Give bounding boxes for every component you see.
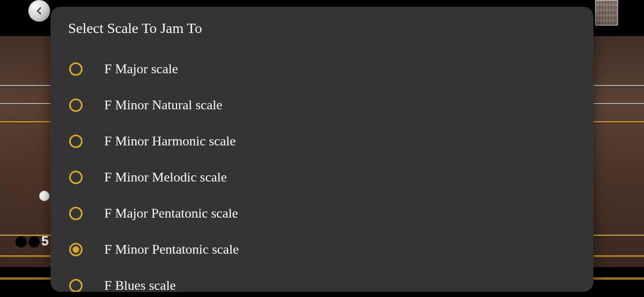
scale-option-label: F Blues scale (104, 278, 176, 292)
scale-option-label: F Minor Melodic scale (104, 170, 227, 185)
scale-option-label: F Minor Natural scale (104, 97, 222, 113)
fret-dot (15, 236, 27, 248)
radio-icon (69, 62, 83, 76)
scale-option[interactable]: F Minor Pentatonic scale (68, 232, 576, 268)
fret-dot (28, 236, 40, 248)
radio-icon (69, 98, 83, 112)
dialog-title: Select Scale To Jam To (68, 20, 576, 37)
radio-icon (69, 207, 83, 220)
radio-icon (69, 135, 83, 148)
scale-option-label: F Major Pentatonic scale (104, 206, 238, 221)
scale-select-dialog: Select Scale To Jam To F Major scale F M… (51, 7, 593, 292)
fret-marker-dot (39, 191, 50, 201)
scale-option-label: F Minor Harmonic scale (104, 134, 236, 149)
scale-option[interactable]: F Major Pentatonic scale (68, 195, 576, 232)
fretboard-thumbnail[interactable] (595, 0, 618, 26)
scale-options-list: F Major scale F Minor Natural scale F Mi… (68, 51, 576, 292)
scale-option[interactable]: F Minor Natural scale (68, 87, 576, 123)
radio-icon (69, 279, 83, 292)
scale-option-label: F Minor Pentatonic scale (104, 242, 239, 257)
app-background: 5 Select Scale To Jam To F Major scale F… (0, 0, 644, 297)
radio-icon (69, 171, 83, 184)
scale-option[interactable]: F Major scale (68, 51, 576, 87)
scale-option[interactable]: F Minor Melodic scale (68, 159, 576, 195)
scale-option[interactable]: F Minor Harmonic scale (68, 123, 576, 159)
fret-number-label: 5 (41, 233, 49, 249)
radio-icon-selected (69, 243, 83, 256)
scale-option-label: F Major scale (104, 61, 178, 77)
back-button[interactable] (28, 0, 50, 22)
scale-option[interactable]: F Blues scale (68, 268, 576, 292)
chevron-left-icon (34, 6, 44, 16)
